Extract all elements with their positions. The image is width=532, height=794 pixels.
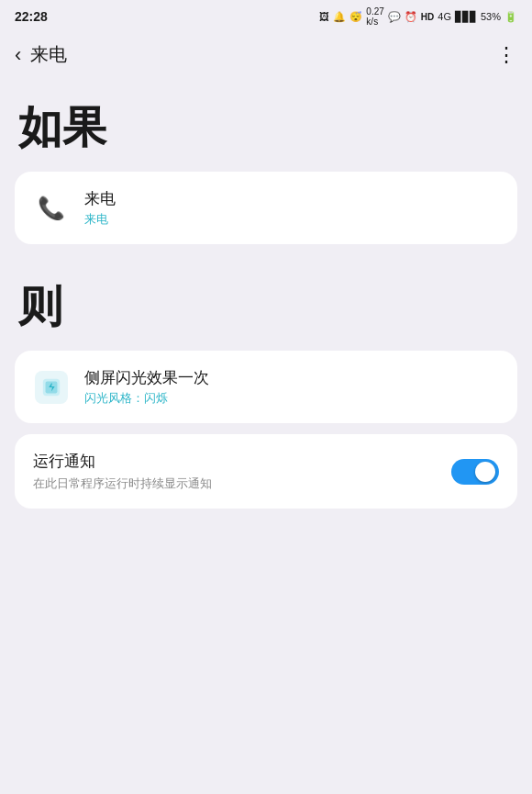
flash-card-row: 侧屏闪光效果一次 闪光风格：闪烁 xyxy=(33,367,499,407)
toggle-slider xyxy=(451,459,499,485)
incoming-call-subtitle: 来电 xyxy=(84,211,499,228)
incoming-call-text: 来电 来电 xyxy=(84,188,499,228)
speed-text: 0.27k/s xyxy=(366,6,383,27)
message-icon: 💬 xyxy=(388,11,401,23)
gallery-icon: 🖼 xyxy=(319,11,329,22)
status-bar: 22:28 🖼 🔔 😴 0.27k/s 💬 ⏰ HD 4G ▊▊▊ 53% 🔋 xyxy=(0,0,532,33)
phone-icon: 📞 xyxy=(38,196,65,221)
flash-svg xyxy=(41,377,61,397)
hd-badge: HD xyxy=(421,12,434,22)
top-bar-left: ‹ 来电 xyxy=(15,42,67,67)
page-title: 来电 xyxy=(30,42,67,67)
phone-icon-container: 📞 xyxy=(33,190,70,227)
bluetooth-icon: 🔔 xyxy=(333,11,346,23)
battery-icon: 🔋 xyxy=(504,11,517,23)
signal-bars: ▊▊▊ xyxy=(455,11,477,23)
status-icons: 🖼 🔔 😴 0.27k/s 💬 ⏰ HD 4G ▊▊▊ 53% 🔋 xyxy=(319,6,517,27)
more-options-button[interactable]: ⋮ xyxy=(496,43,517,67)
toggle-knob xyxy=(475,462,495,482)
if-section-heading: 如果 xyxy=(0,76,532,172)
dnd-icon: 😴 xyxy=(349,11,362,23)
incoming-call-title: 来电 xyxy=(84,188,499,209)
flash-icon xyxy=(35,371,68,404)
battery-percent: 53% xyxy=(481,11,501,22)
notification-card: 运行通知 在此日常程序运行时持续显示通知 xyxy=(15,434,517,509)
notification-subtitle: 在此日常程序运行时持续显示通知 xyxy=(33,475,451,492)
then-section-heading: 则 xyxy=(0,255,532,351)
flash-card-text: 侧屏闪光效果一次 闪光风格：闪烁 xyxy=(84,367,499,407)
flash-icon-container xyxy=(33,369,70,406)
flash-effect-subtitle: 闪光风格：闪烁 xyxy=(84,390,499,407)
top-bar: ‹ 来电 ⋮ xyxy=(0,33,532,76)
card-row: 📞 来电 来电 xyxy=(33,188,499,228)
notification-toggle[interactable] xyxy=(451,459,499,485)
network-type: 4G xyxy=(438,11,451,22)
flash-effect-title: 侧屏闪光效果一次 xyxy=(84,367,499,388)
notification-title: 运行通知 xyxy=(33,451,451,472)
status-time: 22:28 xyxy=(15,9,48,24)
incoming-call-card[interactable]: 📞 来电 来电 xyxy=(15,172,517,244)
back-button[interactable]: ‹ xyxy=(15,45,21,65)
alarm-icon: ⏰ xyxy=(405,11,417,23)
flash-effect-card[interactable]: 侧屏闪光效果一次 闪光风格：闪烁 xyxy=(15,351,517,423)
notification-text: 运行通知 在此日常程序运行时持续显示通知 xyxy=(33,451,451,492)
